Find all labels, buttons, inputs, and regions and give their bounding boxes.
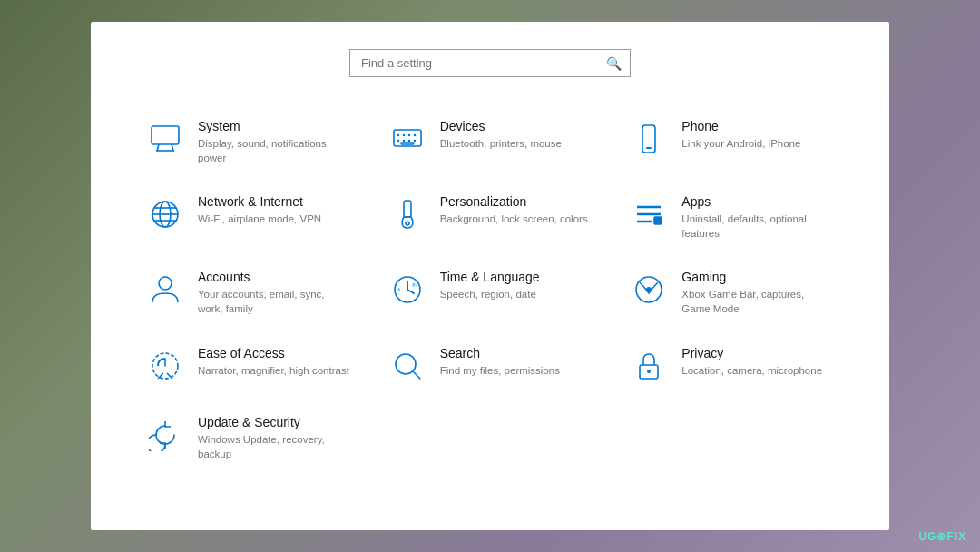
settings-desc: Windows Update, recovery, backup [198, 432, 351, 461]
settings-desc: Wi-Fi, airplane mode, VPN [198, 212, 321, 226]
monitor-icon [145, 119, 185, 159]
settings-item-search[interactable]: SearchFind my files, permissions [369, 331, 612, 400]
svg-line-30 [407, 290, 414, 293]
settings-item-devices[interactable]: DevicesBluetooth, printers, mouse [369, 104, 612, 180]
settings-text: GamingXbox Game Bar, captures, Game Mode [681, 270, 835, 316]
phone-icon [629, 119, 669, 159]
person-icon [145, 270, 185, 310]
svg-rect-13 [401, 143, 414, 144]
svg-text:あ: あ [412, 281, 416, 287]
settings-item-phone[interactable]: PhoneLink your Android, iPhone [611, 104, 853, 180]
settings-title: Privacy [681, 346, 822, 360]
settings-text: SearchFind my files, permissions [440, 346, 560, 378]
svg-line-1 [157, 144, 159, 151]
settings-desc: Your accounts, email, sync, work, family [198, 287, 351, 316]
watermark: UG⊕FIX [918, 530, 966, 543]
svg-rect-26 [654, 217, 662, 224]
settings-text: Ease of AccessNarrator, magnifier, high … [198, 346, 349, 378]
settings-title: Gaming [681, 270, 835, 284]
settings-title: Apps [681, 194, 835, 209]
settings-title: Personalization [440, 194, 588, 209]
search-bar-container: 🔍 [349, 49, 631, 77]
settings-text: PhoneLink your Android, iPhone [681, 119, 800, 151]
settings-desc: Xbox Game Bar, captures, Game Mode [681, 287, 835, 316]
settings-desc: Bluetooth, printers, mouse [440, 136, 562, 151]
settings-item-network[interactable]: Network & InternetWi-Fi, airplane mode, … [127, 180, 369, 255]
settings-title: System [198, 119, 351, 133]
globe-icon [145, 194, 185, 234]
keyboard-icon [387, 119, 427, 159]
settings-item-apps[interactable]: AppsUninstall, defaults, optional featur… [611, 180, 853, 255]
svg-rect-21 [404, 201, 411, 217]
settings-title: Phone [681, 119, 800, 133]
settings-item-privacy[interactable]: PrivacyLocation, camera, microphone [611, 331, 853, 400]
svg-rect-0 [152, 126, 179, 144]
settings-item-gaming[interactable]: GamingXbox Game Bar, captures, Game Mode [611, 255, 853, 330]
settings-text: AccountsYour accounts, email, sync, work… [198, 270, 351, 316]
settings-desc: Narrator, magnifier, high contrast [198, 363, 349, 378]
lock-icon [629, 346, 669, 386]
settings-title: Accounts [198, 270, 351, 284]
ease-icon [145, 346, 185, 386]
settings-desc: Uninstall, defaults, optional features [681, 212, 835, 241]
settings-desc: Link your Android, iPhone [681, 136, 800, 151]
settings-title: Time & Language [440, 270, 540, 284]
search-icon [387, 346, 427, 386]
settings-item-accounts[interactable]: AccountsYour accounts, email, sync, work… [127, 255, 369, 330]
settings-text: AppsUninstall, defaults, optional featur… [681, 194, 835, 241]
settings-title: Search [440, 346, 560, 360]
svg-point-27 [159, 277, 172, 290]
svg-point-40 [647, 370, 651, 373]
settings-item-personalization[interactable]: PersonalizationBackground, lock screen, … [369, 180, 612, 255]
settings-text: Network & InternetWi-Fi, airplane mode, … [198, 194, 321, 226]
settings-text: DevicesBluetooth, printers, mouse [440, 119, 562, 151]
settings-desc: Speech, region, date [440, 287, 540, 301]
svg-line-38 [413, 371, 420, 379]
settings-text: PersonalizationBackground, lock screen, … [440, 194, 588, 226]
settings-title: Devices [440, 119, 562, 133]
svg-line-2 [172, 144, 173, 151]
settings-item-ease[interactable]: Ease of AccessNarrator, magnifier, high … [127, 331, 369, 400]
refresh-icon [145, 415, 185, 455]
settings-desc: Location, camera, microphone [681, 363, 822, 378]
svg-point-22 [406, 222, 409, 225]
settings-title: Ease of Access [198, 346, 349, 360]
settings-title: Network & Internet [198, 194, 321, 209]
settings-text: SystemDisplay, sound, notifications, pow… [198, 119, 351, 165]
settings-desc: Find my files, permissions [440, 363, 560, 378]
settings-grid: SystemDisplay, sound, notifications, pow… [127, 104, 853, 476]
settings-title: Update & Security [198, 415, 351, 429]
settings-window: 🔍 SystemDisplay, sound, notifications, p… [91, 22, 889, 530]
search-input[interactable] [349, 49, 631, 77]
svg-text:A: A [397, 287, 401, 292]
brush-icon [387, 194, 427, 234]
search-bar-icon: 🔍 [606, 56, 622, 71]
clock-icon: Aあ [387, 270, 427, 310]
settings-item-time[interactable]: AあTime & LanguageSpeech, region, date [369, 255, 612, 330]
settings-desc: Background, lock screen, colors [440, 212, 588, 226]
svg-point-34 [646, 287, 652, 292]
settings-item-update[interactable]: Update & SecurityWindows Update, recover… [127, 400, 369, 476]
settings-item-system[interactable]: SystemDisplay, sound, notifications, pow… [127, 104, 369, 180]
settings-text: Update & SecurityWindows Update, recover… [198, 415, 351, 461]
apps-icon [629, 194, 669, 234]
settings-desc: Display, sound, notifications, power [198, 136, 351, 165]
settings-text: PrivacyLocation, camera, microphone [681, 346, 822, 378]
xbox-icon [629, 270, 669, 310]
settings-text: Time & LanguageSpeech, region, date [440, 270, 540, 301]
